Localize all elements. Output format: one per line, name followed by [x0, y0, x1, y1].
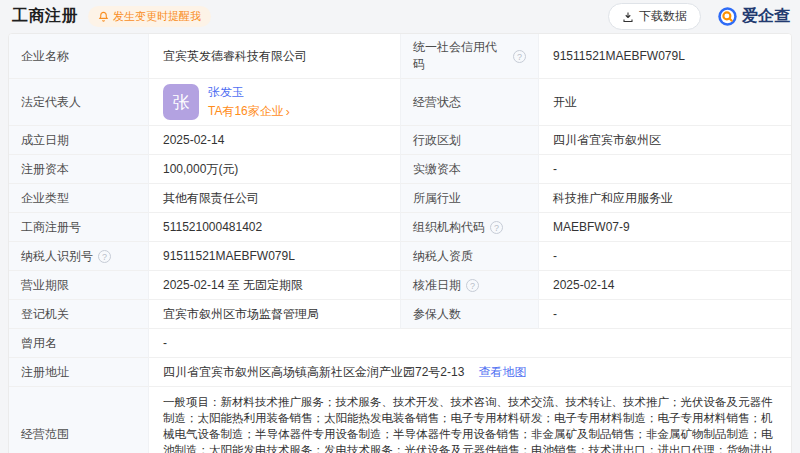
help-icon[interactable]: ? — [513, 50, 526, 63]
registration-table: 企业名称 宜宾英发德睿科技有限公司 统一社会信用代码? 91511521MAEB… — [9, 34, 791, 453]
help-icon[interactable]: ? — [490, 221, 503, 234]
business-scope-label: 经营范围 — [9, 387, 149, 453]
address-value: 四川省宜宾市叙州区高场镇高新社区金润产业园72号2-13 查看地图 — [149, 358, 791, 387]
taxpayer-id-value: 91511521MAEBFW079L — [149, 242, 401, 271]
org-code-label: 组织机构代码? — [401, 213, 539, 242]
brand-name: 爱企查 — [742, 6, 790, 27]
download-data-button[interactable]: 下载数据 — [608, 3, 701, 30]
company-type-value: 其他有限责任公司 — [149, 184, 401, 213]
business-term-label: 营业期限 — [9, 271, 149, 300]
help-icon[interactable]: ? — [98, 250, 111, 263]
legal-rep-avatar: 张 — [163, 84, 199, 120]
address-label: 注册地址 — [9, 358, 149, 387]
download-data-label: 下载数据 — [639, 8, 687, 25]
business-scope-value: 一般项目：新材料技术推广服务；技术服务、技术开发、技术咨询、技术交流、技术转让、… — [149, 387, 791, 453]
legal-rep-value: 张 张发玉 TA有16家企业› — [149, 79, 401, 126]
taxpayer-qualification-value: - — [539, 242, 791, 271]
status-value: 开业 — [539, 79, 791, 126]
help-icon[interactable]: ? — [466, 279, 479, 292]
bell-icon — [98, 11, 109, 22]
brand-logo-icon — [717, 6, 738, 27]
section-header: 工商注册 发生变更时提醒我 下载数据 爱企查 — [0, 0, 800, 33]
paid-capital-label: 实缴资本 — [401, 155, 539, 184]
industry-label: 所属行业 — [401, 184, 539, 213]
company-type-label: 企业类型 — [9, 184, 149, 213]
registration-info-card: 企业名称 宜宾英发德睿科技有限公司 统一社会信用代码? 91511521MAEB… — [8, 33, 792, 453]
legal-rep-companies-link[interactable]: TA有16家企业› — [208, 103, 290, 120]
division-label: 行政区划 — [401, 126, 539, 155]
status-label: 经营状态 — [401, 79, 539, 126]
credit-code-value: 91511521MAEBFW079L — [539, 34, 791, 79]
reg-capital-label: 注册资本 — [9, 155, 149, 184]
legal-rep-label: 法定代表人 — [9, 79, 149, 126]
download-icon — [622, 11, 634, 23]
org-code-value: MAEBFW07-9 — [539, 213, 791, 242]
taxpayer-qualification-label: 纳税人资质 — [401, 242, 539, 271]
section-title: 工商注册 — [12, 6, 78, 27]
approval-date-label: 核准日期? — [401, 271, 539, 300]
business-term-value: 2025-02-14 至 无固定期限 — [149, 271, 401, 300]
establish-date-label: 成立日期 — [9, 126, 149, 155]
industry-value: 科技推广和应用服务业 — [539, 184, 791, 213]
notify-change-button[interactable]: 发生变更时提醒我 — [88, 6, 211, 27]
company-name-label: 企业名称 — [9, 34, 149, 79]
paid-capital-value: - — [539, 155, 791, 184]
notify-change-label: 发生变更时提醒我 — [113, 9, 201, 24]
insured-count-label: 参保人数 — [401, 300, 539, 329]
taxpayer-id-label: 纳税人识别号? — [9, 242, 149, 271]
reg-authority-label: 登记机关 — [9, 300, 149, 329]
approval-date-value: 2025-02-14 — [539, 271, 791, 300]
insured-count-value: - — [539, 300, 791, 329]
reg-capital-value: 100,000万(元) — [149, 155, 401, 184]
former-name-value: - — [149, 329, 791, 358]
legal-rep-name-link[interactable]: 张发玉 — [208, 84, 290, 101]
view-map-link[interactable]: 查看地图 — [478, 364, 526, 381]
credit-code-label: 统一社会信用代码? — [401, 34, 539, 79]
former-name-label: 曾用名 — [9, 329, 149, 358]
reg-number-value: 511521000481402 — [149, 213, 401, 242]
division-value: 四川省宜宾市叙州区 — [539, 126, 791, 155]
brand-logo[interactable]: 爱企查 — [717, 6, 790, 27]
company-name-value: 宜宾英发德睿科技有限公司 — [149, 34, 401, 79]
reg-number-label: 工商注册号 — [9, 213, 149, 242]
chevron-right-icon: › — [286, 106, 290, 118]
establish-date-value: 2025-02-14 — [149, 126, 401, 155]
reg-authority-value: 宜宾市叙州区市场监督管理局 — [149, 300, 401, 329]
